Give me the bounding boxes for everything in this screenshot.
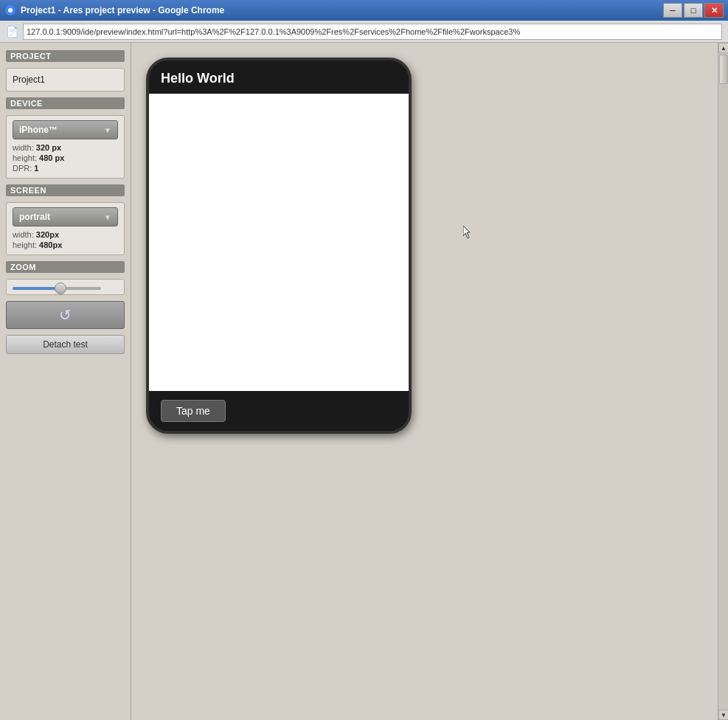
phone-footer: Tap me — [149, 391, 409, 431]
address-bar: 📄 — [0, 21, 728, 43]
reload-icon: ↺ — [59, 306, 72, 324]
screen-width-value: 320px — [36, 230, 59, 239]
phone-title: Hello World — [161, 71, 235, 86]
zoom-section-header: ZOOM — [6, 261, 125, 273]
tap-me-label: Tap me — [176, 405, 210, 417]
screen-dropdown[interactable]: portrait ▼ — [13, 207, 118, 226]
maximize-button[interactable]: □ — [684, 3, 703, 18]
title-bar: Project1 - Ares project preview - Google… — [0, 0, 728, 21]
device-section-header: DEVICE — [6, 97, 125, 109]
title-bar-left: Project1 - Ares project preview - Google… — [4, 4, 224, 16]
screen-width-label: width: — [13, 230, 34, 239]
cursor — [463, 226, 472, 238]
scroll-track — [718, 53, 728, 710]
scroll-down-arrow[interactable]: ▼ — [718, 710, 728, 720]
main-content: PROJECT Project1 DEVICE iPhone™ ▼ width:… — [0, 43, 728, 720]
screen-selected: portrait — [19, 212, 50, 222]
project-section-header: PROJECT — [6, 50, 125, 62]
preview-area: Hello World Tap me — [131, 43, 718, 720]
detach-button[interactable]: Detach test — [6, 335, 125, 354]
screen-height-row: height: 480px — [13, 240, 118, 250]
detach-label: Detach test — [43, 339, 88, 350]
screen-card: portrait ▼ width: 320px height: 480px — [6, 202, 125, 255]
device-dpr-row: DPR: 1 — [13, 163, 118, 173]
screen-height-value: 480px — [39, 240, 62, 249]
svg-point-1 — [8, 8, 13, 13]
project-name: Project1 — [13, 73, 118, 86]
device-height-value: 480 px — [39, 153, 64, 162]
device-dpr-value: 1 — [34, 164, 38, 173]
screen-section-header: SCREEN — [6, 184, 125, 196]
zoom-slider[interactable] — [13, 287, 101, 290]
title-bar-buttons: ─ □ ✕ — [663, 3, 724, 18]
screen-height-label: height: — [13, 240, 37, 249]
page-icon: 📄 — [6, 26, 18, 38]
device-height-row: height: 480 px — [13, 153, 118, 163]
device-width-value: 320 px — [36, 143, 61, 152]
sidebar: PROJECT Project1 DEVICE iPhone™ ▼ width:… — [0, 43, 131, 720]
right-scrollbar: ▲ ▼ — [718, 43, 728, 720]
phone-mockup: Hello World Tap me — [146, 58, 412, 434]
phone-screen — [149, 94, 409, 391]
device-selected: iPhone™ — [19, 125, 58, 135]
address-input[interactable] — [23, 24, 722, 40]
minimize-button[interactable]: ─ — [663, 3, 682, 18]
scroll-up-arrow[interactable]: ▲ — [718, 43, 728, 53]
device-dropdown-arrow: ▼ — [104, 126, 111, 134]
device-height-label: height: — [13, 153, 37, 162]
project-card: Project1 — [6, 68, 125, 91]
device-width-label: width: — [13, 143, 34, 152]
device-dropdown[interactable]: iPhone™ ▼ — [13, 120, 118, 139]
window-title: Project1 - Ares project preview - Google… — [21, 5, 224, 15]
device-card: iPhone™ ▼ width: 320 px height: 480 px D… — [6, 115, 125, 179]
phone-header: Hello World — [149, 60, 409, 94]
reload-button[interactable]: ↺ — [6, 301, 125, 329]
zoom-slider-container — [13, 287, 118, 290]
device-dpr-label: DPR: — [13, 164, 32, 173]
screen-width-row: width: 320px — [13, 229, 118, 240]
zoom-card — [6, 279, 125, 295]
chrome-icon — [4, 4, 16, 16]
screen-dropdown-arrow: ▼ — [104, 213, 111, 221]
tap-me-button[interactable]: Tap me — [161, 400, 226, 422]
close-button[interactable]: ✕ — [704, 3, 724, 18]
device-width-row: width: 320 px — [13, 142, 118, 153]
scroll-thumb[interactable] — [719, 55, 728, 84]
